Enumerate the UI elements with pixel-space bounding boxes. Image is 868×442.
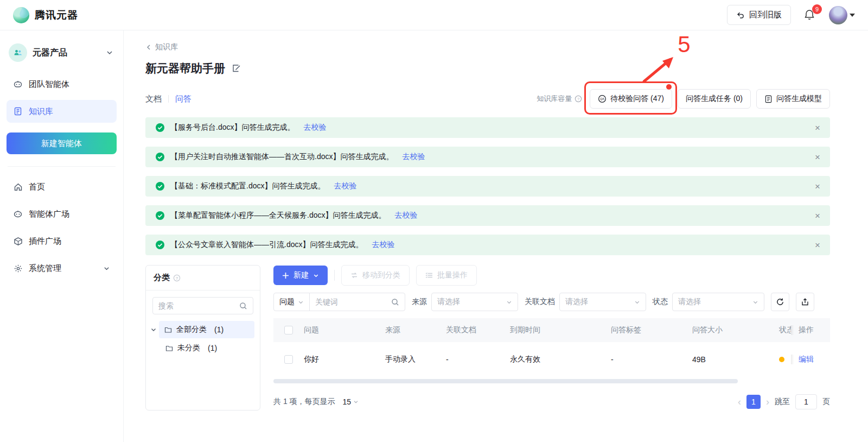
tab-qa[interactable]: 问答 bbox=[175, 94, 192, 104]
sidebar-item-home[interactable]: 首页 bbox=[7, 175, 117, 198]
chevron-left-icon bbox=[145, 44, 152, 50]
horizontal-scrollbar[interactable] bbox=[273, 379, 738, 383]
tabs-and-actions-row: 文档 问答 知识库容量 ? QA 待校验问答 (47) bbox=[145, 89, 830, 109]
col-question: 问题 bbox=[304, 325, 385, 335]
close-icon[interactable]: × bbox=[815, 182, 820, 191]
next-page-icon[interactable]: › bbox=[766, 397, 769, 407]
unread-red-dot bbox=[666, 84, 672, 90]
category-tree-item-uncategorized[interactable]: 未分类 (1) bbox=[150, 339, 254, 357]
cell-status bbox=[779, 355, 791, 364]
tree-item-label: 全部分类 bbox=[176, 325, 207, 334]
toolbar-divider bbox=[334, 270, 335, 281]
go-verify-link[interactable]: 去校验 bbox=[394, 211, 417, 220]
select-placeholder: 请选择 bbox=[437, 297, 460, 307]
close-icon[interactable]: × bbox=[815, 211, 820, 220]
doc-filter-select[interactable]: 请选择 bbox=[559, 293, 646, 311]
export-icon bbox=[801, 298, 809, 306]
page-size-select[interactable]: 15 bbox=[343, 397, 359, 406]
search-field-select[interactable]: 问题 bbox=[274, 297, 309, 307]
cell-question: 你好 bbox=[304, 355, 385, 364]
status-filter-select[interactable]: 请选择 bbox=[672, 293, 764, 311]
go-verify-link[interactable]: 去校验 bbox=[402, 152, 425, 162]
jump-page-input[interactable] bbox=[795, 394, 817, 409]
sidebar-item-system-management[interactable]: 系统管理 bbox=[7, 257, 117, 280]
table-row: 你好 手动录入 - 永久有效 - 49B 编辑 bbox=[273, 342, 830, 377]
go-verify-link[interactable]: 去校验 bbox=[303, 123, 326, 132]
capacity-label-group: 知识库容量 ? bbox=[537, 94, 582, 104]
success-banner: 【服务号后台.docx】问答生成完成。 去校验 × bbox=[145, 117, 830, 138]
new-qa-button[interactable]: 新建 bbox=[273, 266, 328, 285]
col-size: 问答大小 bbox=[692, 325, 779, 335]
edit-link[interactable]: 编辑 bbox=[799, 355, 814, 363]
new-qa-label: 新建 bbox=[293, 270, 309, 280]
close-icon[interactable]: × bbox=[815, 241, 820, 250]
export-button[interactable] bbox=[796, 293, 814, 311]
user-avatar[interactable] bbox=[829, 6, 847, 24]
sidebar-item-team-agents[interactable]: 团队智能体 bbox=[7, 73, 117, 96]
qa-generation-model-button[interactable]: 问答生成模型 bbox=[756, 89, 830, 109]
category-search-input[interactable] bbox=[158, 301, 239, 310]
row-checkbox[interactable] bbox=[284, 355, 293, 364]
col-status: 状态 bbox=[779, 325, 791, 335]
success-check-icon bbox=[155, 181, 165, 191]
current-page-button[interactable]: 1 bbox=[746, 395, 761, 409]
svg-text:?: ? bbox=[577, 97, 579, 102]
page-size-value: 15 bbox=[343, 397, 352, 406]
question-circle-icon[interactable]: ? bbox=[173, 274, 181, 282]
go-verify-link[interactable]: 去校验 bbox=[372, 240, 394, 250]
user-menu-caret-icon[interactable] bbox=[850, 14, 855, 17]
question-circle-icon[interactable]: ? bbox=[575, 95, 582, 103]
move-to-category-button[interactable]: 移动到分类 bbox=[341, 265, 410, 286]
gear-icon bbox=[13, 264, 23, 273]
chevron-down-icon bbox=[298, 299, 304, 305]
swap-arrows-icon bbox=[350, 271, 358, 279]
select-placeholder: 请选择 bbox=[565, 297, 588, 307]
batch-operation-button[interactable]: 批量操作 bbox=[416, 265, 477, 286]
col-action: 操作 bbox=[791, 325, 830, 335]
notification-bell[interactable]: 9 bbox=[803, 8, 817, 22]
chevron-down-icon bbox=[103, 265, 110, 272]
keyword-search-group: 问题 bbox=[273, 293, 405, 311]
sidebar-item-label: 知识库 bbox=[29, 106, 53, 117]
sidebar-item-agent-plaza[interactable]: 智能体广场 bbox=[7, 203, 117, 225]
pagination-total: 共 1 项，每页显示 bbox=[273, 397, 335, 407]
workspace-avatar-icon bbox=[9, 43, 27, 62]
jump-label: 跳至 bbox=[775, 397, 790, 407]
home-icon bbox=[13, 182, 23, 192]
cell-expiry: 永久有效 bbox=[510, 355, 611, 364]
workspace-switcher[interactable]: 元器产品 bbox=[7, 41, 117, 64]
pending-qa-label: 待校验问答 (47) bbox=[610, 94, 664, 104]
col-expiry: 到期时间 bbox=[510, 325, 611, 335]
keyword-input[interactable] bbox=[310, 298, 391, 306]
sidebar-item-label: 首页 bbox=[29, 182, 45, 192]
tab-documents[interactable]: 文档 bbox=[145, 94, 162, 104]
workspace-name: 元器产品 bbox=[33, 47, 67, 59]
sidebar-item-plugin-plaza[interactable]: 插件广场 bbox=[7, 230, 117, 252]
select-all-checkbox[interactable] bbox=[284, 326, 293, 334]
qa-generation-task-button[interactable]: 问答生成任务 (0) bbox=[678, 89, 751, 109]
chevron-down-icon bbox=[313, 273, 319, 279]
chevron-down-icon[interactable] bbox=[150, 326, 157, 333]
cell-tag: - bbox=[611, 355, 692, 364]
close-icon[interactable]: × bbox=[815, 123, 820, 132]
refresh-button[interactable] bbox=[771, 293, 789, 311]
category-tree-item-all[interactable]: 全部分类 (1) bbox=[150, 321, 254, 338]
edit-title-icon[interactable] bbox=[232, 64, 241, 73]
source-filter-select[interactable]: 请选择 bbox=[431, 293, 518, 311]
breadcrumb[interactable]: 知识库 bbox=[145, 42, 830, 52]
doc-filter-label: 关联文档 bbox=[525, 297, 555, 307]
create-agent-button[interactable]: 新建智能体 bbox=[7, 132, 117, 154]
sidebar-item-knowledge-base[interactable]: 知识库 bbox=[7, 100, 117, 123]
back-to-old-version-button[interactable]: 回到旧版 bbox=[727, 5, 791, 25]
pending-qa-button[interactable]: QA 待校验问答 (47) bbox=[590, 89, 672, 109]
close-icon[interactable]: × bbox=[815, 153, 820, 162]
undo-arrow-icon bbox=[736, 11, 745, 20]
prev-page-icon[interactable]: ‹ bbox=[738, 397, 741, 407]
go-verify-link[interactable]: 去校验 bbox=[334, 181, 356, 191]
qa-bubble-icon: QA bbox=[598, 94, 607, 103]
svg-text:QA: QA bbox=[600, 97, 604, 100]
document-icon bbox=[13, 107, 23, 116]
sidebar-item-label: 系统管理 bbox=[29, 263, 61, 274]
search-icon[interactable] bbox=[391, 298, 405, 306]
category-search[interactable] bbox=[152, 297, 253, 314]
